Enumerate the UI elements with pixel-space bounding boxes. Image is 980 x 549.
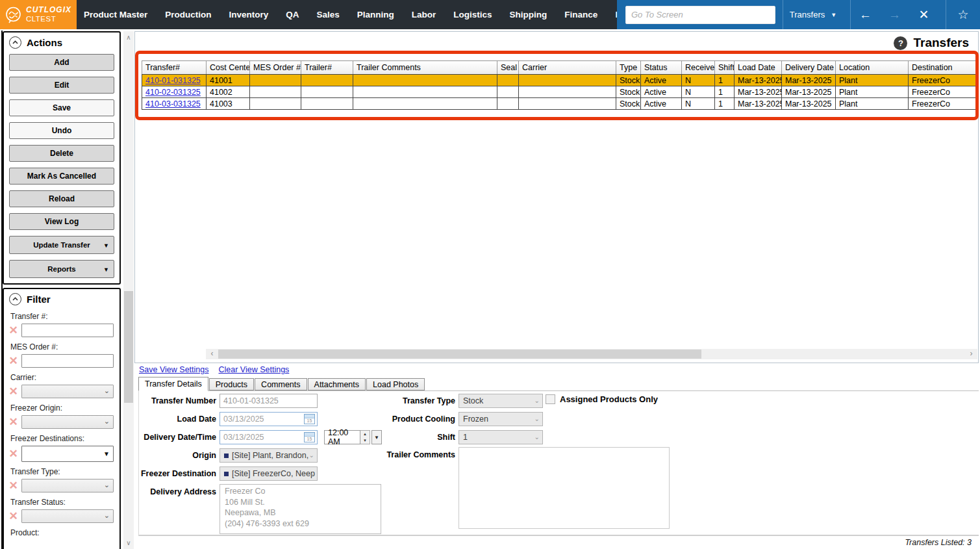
nav-item-shipping[interactable]: Shipping: [510, 10, 547, 19]
delivery-time-field[interactable]: 12:00 AM: [324, 430, 360, 444]
calendar-icon[interactable]: 15: [304, 414, 315, 424]
tab-products[interactable]: Products: [209, 378, 254, 390]
clear-filter-icon[interactable]: ✕: [7, 448, 19, 459]
nav-item-sales[interactable]: Sales: [317, 10, 340, 19]
forward-icon[interactable]: →: [880, 8, 909, 22]
nav-item-planning[interactable]: Planning: [357, 10, 394, 19]
close-screen-icon[interactable]: ✕: [909, 7, 938, 22]
collapse-filter-icon[interactable]: [9, 293, 21, 305]
tab-load-photos[interactable]: Load Photos: [366, 378, 425, 390]
cell-load-date: Mar-13-2025: [735, 98, 782, 110]
save-button[interactable]: Save: [9, 99, 114, 116]
column-header-seal[interactable]: Seal #: [497, 61, 519, 75]
filter-freezer-destinations-combo[interactable]: ▼: [21, 446, 114, 462]
nav-item-finance[interactable]: Finance: [564, 10, 597, 19]
column-header-cost-center[interactable]: Cost Center: [207, 61, 250, 75]
scroll-right-icon[interactable]: ›: [966, 349, 976, 359]
clear-view-settings-link[interactable]: Clear View Settings: [218, 365, 289, 374]
back-icon[interactable]: ←: [851, 8, 880, 22]
column-header-destination[interactable]: Destination: [909, 61, 976, 75]
delivery-date-field[interactable]: 03/13/2025 15: [220, 430, 318, 444]
go-to-screen-input[interactable]: [625, 6, 775, 24]
spinner-up-icon[interactable]: ▲: [360, 431, 370, 437]
table-horizontal-scrollbar[interactable]: ‹ ›: [206, 349, 977, 359]
filter-freezer-origin-select[interactable]: ⌄: [21, 415, 114, 429]
favorite-star-icon[interactable]: ☆: [949, 7, 978, 22]
clear-filter-icon[interactable]: ✕: [7, 386, 19, 397]
clear-filter-icon[interactable]: ✕: [7, 511, 19, 522]
mark-as-cancelled-button[interactable]: Mark As Cancelled: [9, 168, 114, 185]
filter-transfer-type-select[interactable]: ⌄: [21, 479, 114, 492]
nav-item-qa[interactable]: QA: [286, 10, 299, 19]
table-row[interactable]: 410-02-03132541002StockActiveN1Mar-13-20…: [142, 86, 976, 98]
actions-button-stack: AddEditSaveUndoDeleteMark As CancelledRe…: [4, 51, 119, 278]
assigned-products-only-checkbox[interactable]: [546, 394, 555, 404]
transfer-number-link[interactable]: 410-02-031325: [145, 88, 201, 97]
origin-dropdown[interactable]: [Site] Plant, Brandon, ⌄: [220, 448, 318, 463]
column-header-location[interactable]: Location: [836, 61, 909, 75]
transfer-type-dropdown[interactable]: Stock ⌄: [459, 394, 543, 408]
app-logo[interactable]: CUTLOGIX CLTEST: [0, 0, 77, 29]
table-row[interactable]: 410-03-03132541003StockActiveN1Mar-13-20…: [142, 98, 976, 110]
shift-dropdown[interactable]: 1 ⌄: [459, 430, 543, 444]
undo-button[interactable]: Undo: [9, 122, 114, 139]
view-log-button[interactable]: View Log: [9, 213, 114, 230]
collapse-actions-icon[interactable]: [9, 36, 21, 49]
sidebar-scrollbar-thumb[interactable]: [124, 291, 133, 403]
scroll-left-icon[interactable]: ‹: [207, 349, 217, 359]
column-header-status[interactable]: Status: [641, 61, 682, 75]
column-header-mes-order[interactable]: MES Order #: [250, 61, 301, 75]
calendar-icon[interactable]: 15: [304, 432, 315, 442]
sidebar-scrollbar[interactable]: ∧ ∨: [123, 31, 134, 549]
transfer-number-field[interactable]: 410-01-031325: [220, 394, 318, 408]
update-transfer-dropdown-button[interactable]: Update Transfer▼: [9, 236, 114, 254]
clear-filter-icon[interactable]: ✕: [7, 416, 19, 428]
filter-carrier-select[interactable]: ⌄: [21, 385, 114, 398]
help-icon[interactable]: ?: [894, 36, 907, 50]
column-header-transfer[interactable]: Transfer#: [142, 61, 207, 75]
column-header-carrier[interactable]: Carrier: [519, 61, 616, 75]
table-row[interactable]: 410-01-03132541001StockActiveN1Mar-13-20…: [142, 75, 976, 86]
column-header-type[interactable]: Type: [616, 61, 641, 75]
chevron-down-icon: ▼: [103, 266, 109, 273]
cell-cost-center: 41002: [207, 86, 250, 98]
freezer-destination-dropdown[interactable]: [Site] FreezerCo, Neep ⌄: [220, 466, 318, 481]
scroll-down-icon[interactable]: ∨: [123, 538, 134, 548]
product-cooling-dropdown[interactable]: Frozen ⌄: [459, 412, 543, 426]
nav-item-logistics[interactable]: Logistics: [453, 10, 492, 19]
column-header-load-date[interactable]: Load Date: [735, 61, 782, 75]
scroll-up-icon[interactable]: ∧: [123, 32, 134, 42]
nav-item-product-master[interactable]: Product Master: [84, 10, 147, 19]
column-header-received[interactable]: Received: [682, 61, 715, 75]
nav-item-production[interactable]: Production: [165, 10, 211, 19]
trailer-comments-field[interactable]: [459, 447, 670, 529]
filter-transfer-text[interactable]: [21, 324, 114, 337]
filter-mes-order-text[interactable]: [21, 354, 114, 368]
nav-item-labor[interactable]: Labor: [412, 10, 436, 19]
clear-filter-icon[interactable]: ✕: [7, 480, 19, 491]
transfer-details-tab-content: Transfer Number 410-01-031325 Load Date …: [138, 390, 979, 536]
tab-attachments[interactable]: Attachments: [308, 378, 366, 390]
delete-button[interactable]: Delete: [9, 145, 114, 162]
filter-transfer-status-select[interactable]: ⌄: [21, 509, 114, 523]
spinner-down-icon[interactable]: ▼: [360, 437, 370, 444]
reports-dropdown-button[interactable]: Reports▼: [9, 260, 114, 278]
nav-item-inventory[interactable]: Inventory: [229, 10, 269, 19]
column-header-trailer-comments[interactable]: Trailer Comments: [353, 61, 497, 75]
transfer-number-link[interactable]: 410-03-031325: [145, 99, 201, 109]
tab-transfer-details[interactable]: Transfer Details: [138, 377, 208, 391]
load-date-field[interactable]: 03/13/2025 15: [220, 412, 318, 426]
clear-filter-icon[interactable]: ✕: [7, 355, 19, 366]
column-header-trailer[interactable]: Trailer#: [301, 61, 353, 75]
transfer-number-link[interactable]: 410-01-031325: [145, 76, 201, 85]
edit-button[interactable]: Edit: [9, 77, 114, 94]
save-view-settings-link[interactable]: Save View Settings: [139, 365, 208, 374]
screen-selector-dropdown[interactable]: Transfers ▼: [783, 0, 843, 29]
clear-filter-icon[interactable]: ✕: [7, 325, 19, 336]
add-button[interactable]: Add: [9, 54, 114, 71]
tab-comments[interactable]: Comments: [255, 378, 307, 390]
reload-button[interactable]: Reload: [9, 190, 114, 207]
column-header-shift[interactable]: Shift: [715, 61, 735, 75]
column-header-delivery-date[interactable]: Delivery Date: [782, 61, 836, 75]
horizontal-scrollbar-thumb[interactable]: [218, 350, 701, 359]
